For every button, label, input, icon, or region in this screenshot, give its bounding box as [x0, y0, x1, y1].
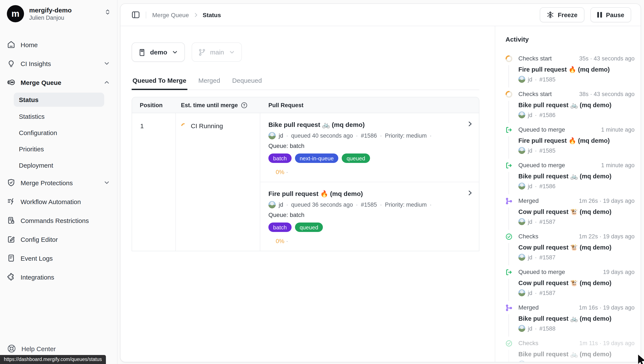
timeline-rail [508, 279, 509, 301]
sidebar-item-integrations[interactable]: Integrations [0, 268, 117, 286]
sidebar-item-label: Deployment [19, 162, 53, 169]
branch-value: main [210, 48, 224, 56]
timeline-rail [508, 172, 509, 194]
pause-button[interactable]: Pause [590, 7, 631, 22]
activity-pr-title[interactable]: Bike pull request 🚲 (mq demo) [518, 315, 634, 322]
sidebar-item-workflow-automation[interactable]: Workflow Automation [0, 192, 117, 211]
tab-merged[interactable]: Merged [198, 77, 221, 90]
activity-item[interactable]: Queued to merge1 minute ago Fire pull re… [506, 126, 634, 162]
tab-queued-to-merge[interactable]: Queued To Merge [132, 77, 187, 90]
mergify-logo: m [7, 5, 24, 22]
pr-title[interactable]: Bike pull request 🚲 (mq demo) [268, 120, 462, 129]
activity-author: jd [528, 183, 532, 189]
separator-dot: · [356, 132, 358, 139]
link-preview-statusbar: https://dashboard.mergify.com/queues/sta… [0, 355, 106, 364]
chevron-down-icon [172, 49, 178, 56]
tab-dequeued[interactable]: Dequeued [231, 77, 262, 90]
pr-meta: jd · queued 36 seconds ago · #1585 · Pri… [268, 201, 462, 208]
sidebar-item-ci-insights[interactable]: CI Insights [0, 54, 117, 73]
separator-dot: · [286, 168, 288, 175]
timeline-rail [508, 208, 509, 230]
activity-pr-title[interactable]: Bike pull request 🚲 (mq demo) [518, 102, 634, 109]
repository-select[interactable]: demo [132, 42, 185, 62]
activity-label: Merged [518, 197, 579, 204]
pr-title[interactable]: Fire pull request 🔥 (mq demo) [268, 189, 462, 198]
panel-left-icon [132, 11, 140, 19]
sidebar-item-label: Workflow Automation [20, 198, 110, 205]
sidebar-item-statistics[interactable]: Statistics [0, 108, 117, 124]
activity-author: jd [528, 361, 532, 362]
sidebar-toggle-button[interactable] [132, 11, 140, 19]
activity-time: 1m 22s · 19 days ago [579, 233, 634, 240]
activity-pr-title[interactable]: Cow pull request 🐮 (mq demo) [518, 244, 634, 251]
separator-dot: · [430, 202, 432, 208]
sidebar-item-label: Commands Restrictions [20, 217, 110, 224]
activity-item[interactable]: Checks start35s · 43 seconds ago Fire pu… [506, 55, 634, 90]
badge-batch: batch [268, 154, 292, 163]
activity-pr-title[interactable]: Bike pull request 🚲 (mq demo) [518, 351, 634, 358]
sidebar-item-configuration[interactable]: Configuration [0, 124, 117, 141]
pr-author: jd [279, 202, 283, 208]
pull-request-entry[interactable]: Fire pull request 🔥 (mq demo) jd · queue… [260, 182, 479, 251]
activity-meta: jd·#1588 [518, 325, 634, 332]
activity-item[interactable]: Merged1m 26s · 19 days ago Cow pull requ… [506, 197, 634, 233]
activity-meta: jd·#1586 [518, 112, 634, 118]
activity-item[interactable]: Checks1m 22s · 19 days ago Cow pull requ… [506, 233, 634, 268]
separator-dot: · [535, 254, 537, 260]
help-center-link[interactable]: Help Center [0, 340, 118, 357]
ci-status-cell: CI Running [176, 113, 260, 251]
activity-pr-number: #1587 [540, 254, 556, 260]
sidebar-item-status[interactable]: Status [14, 92, 104, 107]
column-pull-request: Pull Request [260, 102, 479, 108]
pr-priority: Priority: medium [385, 202, 426, 208]
git-branch-icon [198, 48, 206, 56]
timeline-rail [508, 243, 509, 266]
activity-item[interactable]: Checks start38s · 43 seconds ago Bike pu… [506, 90, 634, 126]
activity-pr-title[interactable]: Cow pull request 🐮 (mq demo) [518, 280, 634, 287]
sidebar-item-config-editor[interactable]: Config Editor [0, 230, 117, 249]
avatar [518, 254, 525, 261]
branch-select[interactable]: main [192, 42, 242, 62]
activity-time: 38s · 43 seconds ago [579, 91, 634, 97]
sidebar-item-merge-protections[interactable]: Merge Protections [0, 173, 117, 192]
timeline-rail [508, 350, 509, 362]
org-switcher[interactable]: m mergify-demo Julien Danjou [0, 0, 117, 28]
queued-to-merge-icon [506, 126, 512, 133]
pull-request-entry[interactable]: Bike pull request 🚲 (mq demo) jd · queue… [260, 113, 479, 182]
activity-item[interactable]: Queued to merge1 minute ago Bike pull re… [506, 162, 634, 197]
sidebar-item-priorities[interactable]: Priorities [0, 141, 117, 157]
queue-table: Position Est. time until merge ? Pull Re… [132, 97, 479, 251]
sidebar-item-event-logs[interactable]: Event Logs [0, 249, 117, 268]
avatar [518, 360, 525, 362]
activity-pr-title[interactable]: Bike pull request 🚲 (mq demo) [518, 173, 634, 180]
sidebar-item-label: CI Insights [20, 60, 98, 67]
sidebar-item-deployment[interactable]: Deployment [0, 157, 117, 173]
activity-pr-title[interactable]: Cow pull request 🐮 (mq demo) [518, 208, 634, 216]
timeline-rail [508, 136, 509, 159]
home-icon [7, 40, 16, 49]
activity-pr-title[interactable]: Fire pull request 🔥 (mq demo) [518, 66, 634, 73]
edit-square-icon [7, 235, 16, 244]
activity-item[interactable]: Queued to merge19 days ago Cow pull requ… [506, 268, 634, 304]
activity-item[interactable]: Merged1m 16s · 19 days ago Bike pull req… [506, 304, 634, 340]
sidebar-item-merge-queue[interactable]: Merge Queue [0, 73, 117, 92]
help-circle-icon[interactable]: ? [241, 102, 248, 108]
activity-author: jd [528, 112, 532, 118]
sidebar-item-label: Config Editor [20, 236, 110, 243]
activity-label: Queued to merge [518, 126, 601, 133]
mouse-cursor [637, 354, 644, 364]
page-header: Merge Queue Status Freeze Pause [120, 4, 640, 26]
breadcrumb-parent[interactable]: Merge Queue [152, 11, 189, 18]
freeze-label: Freeze [558, 11, 578, 18]
timeline-rail [508, 314, 509, 336]
sidebar-item-home[interactable]: Home [0, 35, 117, 54]
pr-queued-time: queued 40 seconds ago [291, 132, 353, 139]
activity-pr-title[interactable]: Fire pull request 🔥 (mq demo) [518, 137, 634, 144]
freeze-button[interactable]: Freeze [540, 7, 584, 22]
sidebar-item-commands-restrictions[interactable]: Commands Restrictions [0, 211, 117, 230]
activity-item[interactable]: Checks1m 11s · 19 days ago Bike pull req… [506, 340, 634, 362]
expand-chevron-icon[interactable] [466, 190, 473, 198]
chevron-up-down-icon[interactable] [104, 8, 111, 17]
sidebar-item-label: Configuration [19, 129, 57, 136]
expand-chevron-icon[interactable] [466, 120, 473, 129]
